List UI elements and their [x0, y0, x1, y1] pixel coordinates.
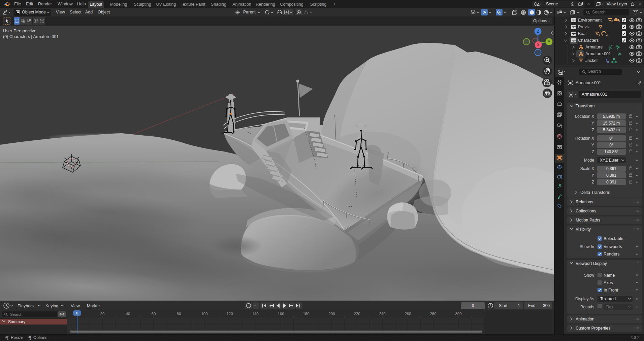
svg-text:280: 280 [430, 312, 436, 316]
svg-text:Delta Transform: Delta Transform [580, 190, 610, 195]
svg-text:5.3432 m: 5.3432 m [603, 128, 620, 132]
svg-text:Summary: Summary [8, 319, 25, 324]
svg-text:End: End [528, 303, 535, 308]
svg-text:Start: Start [499, 303, 508, 308]
svg-text:Selectable: Selectable [604, 236, 623, 241]
svg-text:100: 100 [201, 312, 207, 316]
svg-text:220: 220 [354, 312, 360, 316]
svg-text:200: 200 [328, 312, 335, 316]
svg-text:15.572 m: 15.572 m [603, 121, 620, 126]
svg-text:::::: :::: [635, 200, 639, 203]
svg-text:80: 80 [177, 312, 181, 316]
svg-text:140: 140 [252, 312, 258, 316]
svg-text:Y: Y [548, 40, 550, 44]
svg-text:X: X [537, 43, 540, 47]
svg-text:5.5935 m: 5.5935 m [603, 114, 620, 119]
svg-text:120: 120 [226, 312, 233, 316]
svg-text:Display As: Display As [575, 297, 594, 301]
svg-text:Motion Paths: Motion Paths [576, 218, 600, 223]
svg-text:Box: Box [606, 305, 613, 309]
svg-text:Z: Z [537, 29, 539, 33]
svg-text:Custom Properties: Custom Properties [576, 326, 611, 331]
svg-text:Bounds: Bounds [580, 305, 594, 309]
svg-text:Name: Name [604, 273, 615, 278]
svg-text:240: 240 [379, 312, 385, 316]
svg-text:1: 1 [518, 303, 520, 308]
svg-text:Search: Search [10, 312, 22, 316]
svg-text:Armature: Armature [585, 45, 603, 49]
svg-text:Keying: Keying [45, 304, 58, 308]
svg-text:0.391: 0.391 [606, 180, 616, 184]
svg-text:Relations: Relations [576, 200, 593, 204]
svg-text:40: 40 [126, 312, 130, 316]
svg-text:Textured: Textured [600, 297, 616, 301]
svg-text:Y: Y [591, 173, 594, 178]
svg-text:Marker: Marker [87, 304, 100, 308]
svg-text:260: 260 [405, 312, 411, 316]
svg-text:View: View [71, 304, 80, 308]
svg-text:Scale X: Scale X [580, 166, 594, 171]
svg-text:2: 2 [606, 33, 608, 36]
svg-text:0: 0 [472, 303, 474, 308]
svg-text:Jacket: Jacket [585, 58, 598, 63]
svg-text:Armature.001: Armature.001 [585, 52, 611, 56]
svg-text:Playback: Playback [18, 304, 35, 308]
svg-text:6: 6 [611, 20, 613, 23]
svg-text:0.391: 0.391 [606, 166, 616, 171]
svg-text:300: 300 [543, 303, 550, 308]
svg-text:Show In: Show In [580, 244, 594, 249]
svg-text:140.86°: 140.86° [604, 149, 618, 154]
svg-text:Z: Z [592, 128, 594, 132]
svg-text:Y: Y [591, 143, 594, 147]
svg-text:Collections: Collections [576, 209, 596, 213]
svg-text:XYZ Euler: XYZ Euler [600, 158, 618, 163]
svg-text:Axes: Axes [604, 280, 613, 285]
svg-text:::::: :::: [635, 227, 639, 231]
svg-text:::::: :::: [635, 317, 639, 320]
svg-text:180: 180 [303, 312, 309, 316]
svg-text:3: 3 [618, 20, 620, 23]
svg-text:20: 20 [100, 312, 105, 316]
svg-text:Show: Show [584, 273, 594, 278]
svg-text:Location X: Location X [575, 114, 594, 119]
svg-text:::::: :::: [635, 209, 639, 212]
svg-text:Rotation X: Rotation X [575, 136, 594, 141]
svg-text:300: 300 [455, 312, 461, 316]
svg-text:Renders: Renders [604, 252, 619, 257]
svg-text:0.391: 0.391 [606, 173, 616, 178]
svg-text:Environment: Environment [578, 18, 602, 23]
svg-text:Characters: Characters [578, 38, 599, 43]
svg-text:::::: :::: [635, 326, 639, 330]
svg-text:160: 160 [278, 312, 284, 316]
svg-text:6: 6 [599, 33, 600, 36]
svg-text:Mode: Mode [584, 158, 594, 163]
svg-text:Z: Z [592, 180, 594, 184]
svg-text:60: 60 [152, 312, 156, 316]
svg-text:In Front: In Front [604, 288, 618, 293]
svg-text:Visibility: Visibility [576, 227, 591, 232]
svg-text:::::: :::: [635, 218, 639, 221]
svg-text:0: 0 [76, 311, 78, 315]
svg-text:Y: Y [591, 121, 594, 126]
svg-text:0°: 0° [609, 143, 613, 147]
svg-text:Boat: Boat [578, 31, 587, 36]
svg-text:Previz: Previz [578, 25, 590, 29]
svg-text:::::: :::: [635, 262, 639, 265]
svg-text:0°: 0° [609, 136, 613, 141]
svg-text:Z: Z [592, 149, 594, 154]
svg-text:Animation: Animation [576, 317, 594, 321]
svg-text:Viewports: Viewports [604, 244, 622, 249]
svg-text:Viewport Display: Viewport Display [576, 261, 607, 266]
